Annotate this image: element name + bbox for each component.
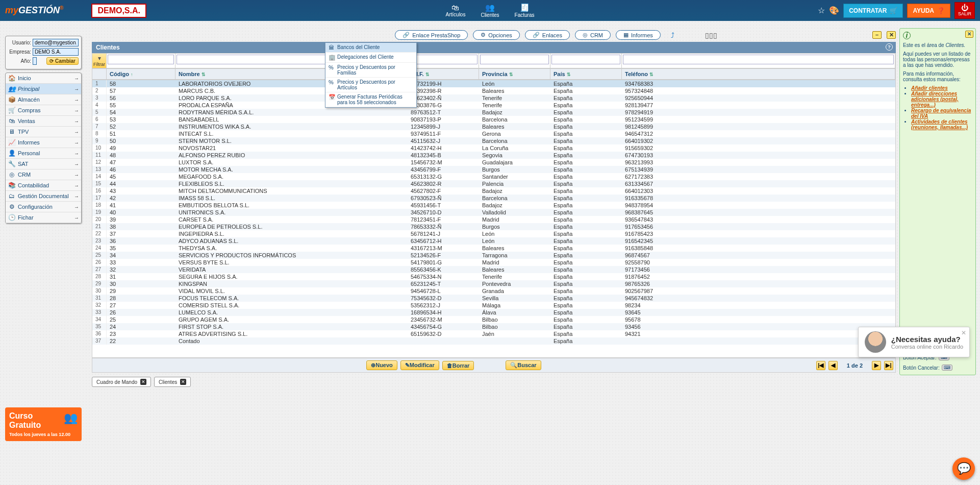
prestashop-button[interactable]: 🔗Enlace PrestaShop <box>395 30 468 40</box>
table-row[interactable]: 1247LUXTOR S.A.15456732-MGuadalajaraEspa… <box>92 159 895 166</box>
table-row[interactable]: 2534SERVICIOS Y PRODUCTOS INFORMÁTICOS52… <box>92 252 895 259</box>
sidebar-item-gestión-documental[interactable]: 🗂Gestión Documental→ <box>6 191 81 202</box>
table-row[interactable]: 2039CARSET S.A.78123451-FMadridEspaña936… <box>92 216 895 223</box>
favorite-icon[interactable]: ☆ <box>818 6 825 15</box>
help-link[interactable]: Añadir direcciones adicionales (postal, … <box>911 91 959 108</box>
help-link[interactable]: Recargo de equivalencia del IVA <box>911 108 971 119</box>
filter-pais[interactable] <box>551 55 620 64</box>
table-row[interactable]: 158LABORATORIOS OVEJERO65732199-HLeónEsp… <box>92 80 895 87</box>
dropdown-item[interactable]: %Precios y Descuentos por Familias <box>325 63 416 78</box>
col-telefono[interactable]: Teléfono ⇅ <box>622 69 895 79</box>
sidebar-item-contabilidad[interactable]: 📚Contabilidad→ <box>6 180 81 191</box>
cambiar-button[interactable]: ⟳ Cambiar <box>46 57 79 65</box>
table-row[interactable]: 1049NOVOSTAR2141423742-HLa CoruñaEspaña9… <box>92 144 895 152</box>
salir-button[interactable]: ⏻SALIR <box>954 2 975 19</box>
table-row[interactable]: 2435THEDYSA S.A.43167213-MBalearesEspaña… <box>92 245 895 252</box>
page-next-button[interactable]: ▶ <box>872 361 881 370</box>
informes-button[interactable]: ▦Informes <box>616 30 661 40</box>
topnav-artículos[interactable]: 🛍Artículos <box>446 3 466 18</box>
chat-fab[interactable]: 💬 <box>952 457 975 480</box>
table-row[interactable]: 455PRODALCA ESPAÑA54303876-GTenerifeEspa… <box>92 102 895 109</box>
topnav-facturas[interactable]: 🧾Facturas <box>515 3 535 18</box>
col-provincia[interactable]: Provincia ⇅ <box>479 69 550 79</box>
window-tab[interactable]: Cuadro de Mando✕ <box>92 377 151 387</box>
table-row[interactable]: 1643MITCH DELTACOMMUNICATIONS45627802-FB… <box>92 187 895 195</box>
panel-help-icon[interactable]: ? <box>886 43 893 51</box>
crm-button[interactable]: ◎CRM <box>575 30 611 40</box>
share-alt-icon[interactable]: ⤴ <box>671 31 674 39</box>
filter-cif[interactable] <box>409 55 478 64</box>
table-row[interactable]: 1544FLEXIBLEOS S.L.45623802-RPalenciaEsp… <box>92 180 895 187</box>
col-codigo[interactable]: Código ↑ <box>107 69 175 79</box>
modificar-button[interactable]: ✎Modificar <box>400 360 439 370</box>
sidebar-item-configuración[interactable]: ⚙Configuración→ <box>6 202 81 212</box>
table-row[interactable]: 2336ADYCO ADUANAS S.L.63456712-HLeónEspa… <box>92 237 895 245</box>
usuario-input[interactable] <box>33 39 79 46</box>
table-row[interactable]: 2732VERIDATA85563456-KBalearesEspaña9717… <box>92 266 895 273</box>
table-row[interactable]: 1346MOTOR MECHA S.A.43456799-FBurgosEspa… <box>92 166 895 173</box>
tab-close-icon[interactable]: ✕ <box>180 379 186 385</box>
dropdown-item[interactable]: %Precios y Descuentos por Artículos <box>325 78 416 92</box>
table-row[interactable]: 1940UNITRONICS S.A.34526710-DValladolidE… <box>92 209 895 216</box>
table-row[interactable]: 1742IMASS 58 S.L.67930523-ÑBarcelonaEspa… <box>92 195 895 202</box>
tab-close-icon[interactable]: ✕ <box>140 379 146 385</box>
col-cif[interactable]: C.I.F. ⇅ <box>408 69 479 79</box>
sidebar-item-sat[interactable]: 🔧SAT→ <box>6 159 81 169</box>
opciones-button[interactable]: ⚙Opciones <box>473 30 519 40</box>
table-row[interactable]: 3425GRUPO AGEM S.A.23456732-MBilbaoEspañ… <box>92 316 895 323</box>
table-row[interactable]: 752INSTRUMENTOS WIKA S.A.12345899-JBalea… <box>92 123 895 130</box>
window-close-button[interactable]: ✕ <box>887 31 896 39</box>
curso-banner[interactable]: 👥 Curso Gratuito Todos los jueves a las … <box>5 407 82 441</box>
sidebar-item-inicio[interactable]: 🏠Inicio→ <box>6 73 81 84</box>
table-row[interactable]: 2138EUROPEA DE PETROLEOS S.L.78653332-ÑB… <box>92 223 895 230</box>
table-row[interactable]: 1841EMBUTIDOS BELLOTA S.L.45931456-TBada… <box>92 202 895 209</box>
theme-icon[interactable]: 🎨 <box>829 6 839 15</box>
table-row[interactable]: 3623ATRES ADVERTISING S.L.65159632-DJaén… <box>92 330 895 337</box>
chat-close-icon[interactable]: ✕ <box>961 329 966 336</box>
table-row[interactable]: 2831SEGURA E HIJOS S.A.54675334-NTenerif… <box>92 273 895 280</box>
table-row[interactable]: 851INTECAT S.L.93749511-FGeronaEspaña946… <box>92 130 895 137</box>
table-row[interactable]: 554RODYTRANS MÉRIDA S.A.L.89763512-TBada… <box>92 109 895 116</box>
help-link[interactable]: Añadir clientes <box>911 85 948 91</box>
table-row[interactable]: 2237INGEPIEDRA S.L.56781241-JLeónEspaña9… <box>92 230 895 237</box>
help-close-button[interactable]: ✕ <box>965 31 973 38</box>
nuevo-button[interactable]: ⊕Nuevo <box>366 360 397 370</box>
sidebar-item-tpv[interactable]: 🖥TPV→ <box>6 127 81 137</box>
table-row[interactable]: 257MARCUS C.B.48392398-RBalearesEspaña95… <box>92 87 895 94</box>
table-row[interactable]: 653BANSABADELL90837193-PBarcelonaEspaña9… <box>92 116 895 123</box>
table-row[interactable]: 3722ContadoEspaña <box>92 337 895 345</box>
borrar-button[interactable]: 🗑Borrar <box>442 361 474 370</box>
window-tab[interactable]: Clientes✕ <box>154 377 191 387</box>
sidebar-item-ventas[interactable]: 🛍Ventas→ <box>6 116 81 127</box>
table-row[interactable]: 1148ALFONSO PEREZ RUBIO48132345-BSegovia… <box>92 152 895 159</box>
table-row[interactable]: 3128FOCUS TELECOM S.A.75345632-DSevillaE… <box>92 295 895 302</box>
empresa-input[interactable] <box>33 48 79 56</box>
page-prev-button[interactable]: ◀ <box>828 361 838 370</box>
table-row[interactable]: 1445MEGAFOOD S.A.65313132-GSantanderEspa… <box>92 173 895 180</box>
sidebar-item-personal[interactable]: 👤Personal→ <box>6 148 81 159</box>
sidebar-item-principal[interactable]: 👥Principal→ <box>6 84 81 94</box>
dropdown-item[interactable]: 🏢Delegaciones del Cliente <box>325 53 416 63</box>
table-row[interactable]: 3029VIDAL MOVIL S.L.94546728-LGranadaEsp… <box>92 287 895 295</box>
topnav-clientes[interactable]: 👥Clientes <box>481 3 499 18</box>
window-minimize-button[interactable]: – <box>872 31 882 39</box>
table-row[interactable]: 2633VERSUS BYTE S.L.54179801-GMadridEspa… <box>92 259 895 266</box>
contratar-button[interactable]: CONTRATAR🛒 <box>843 4 903 18</box>
help-link[interactable]: Actividades de clientes (reuniones, llam… <box>911 119 968 130</box>
col-pais[interactable]: País ⇅ <box>550 69 622 79</box>
table-row[interactable]: 3524FIRST STOP S.A.43456754-GBilbaoEspañ… <box>92 323 895 330</box>
table-row[interactable]: 3326LUMELCO S.A.16896534-HÁlavaEspaña936… <box>92 309 895 316</box>
table-row[interactable]: 3227COMERSID STELL S.A.53562312-JMálagaE… <box>92 302 895 309</box>
filter-codigo[interactable] <box>108 55 174 64</box>
buscar-button[interactable]: 🔍Buscar <box>506 360 541 370</box>
ayuda-button[interactable]: AYUDA❓ <box>907 4 950 18</box>
sidebar-item-crm[interactable]: ◎CRM→ <box>6 169 81 180</box>
sidebar-item-almacén[interactable]: 📦Almacén→ <box>6 94 81 105</box>
table-row[interactable]: 356LORO PARQUE S.A.73623402-ÑTenerifeEsp… <box>92 94 895 102</box>
sidebar-item-informes[interactable]: 📈Informes→ <box>6 137 81 148</box>
dropdown-item[interactable]: 🏛Bancos del Cliente <box>325 43 416 53</box>
dropdown-item[interactable]: 📅Generar Facturas Periódicas para los 58… <box>325 92 416 107</box>
filter-button[interactable]: ▾Filtrar <box>92 54 107 68</box>
page-last-button[interactable]: ▶| <box>884 361 893 370</box>
sidebar-item-compras[interactable]: 🛒Compras→ <box>6 105 81 116</box>
